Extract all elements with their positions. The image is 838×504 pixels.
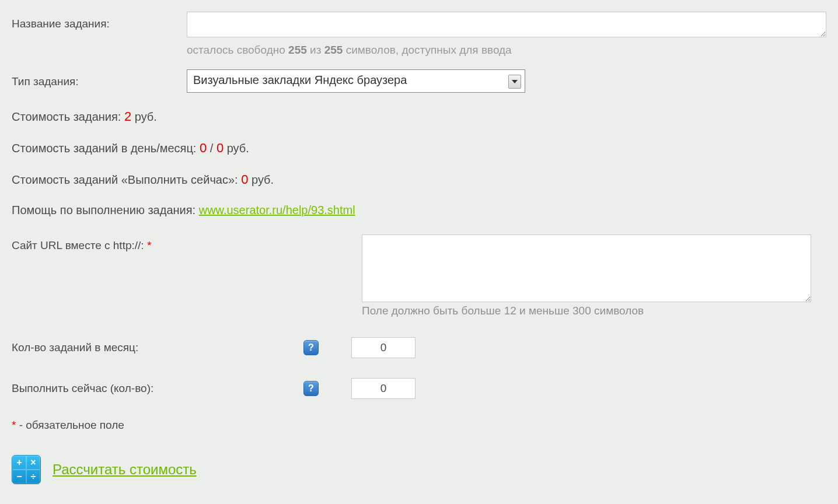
url-label: Сайт URL вместе с http://: *: [12, 235, 362, 252]
task-cost-value: 2: [124, 109, 131, 124]
calculate-cost-link[interactable]: Рассчитать стоимость: [53, 461, 197, 478]
chars-total: 255: [324, 44, 343, 56]
qty-now-input[interactable]: [351, 378, 415, 399]
help-icon[interactable]: ?: [303, 381, 319, 396]
day-cost-value: 0: [200, 141, 207, 155]
task-name-counter: осталось свободно 255 из 255 символов, д…: [187, 44, 826, 57]
task-name-row: Название задания:: [12, 12, 826, 40]
day-month-cost-line: Стоимость заданий в день/месяц: 0 / 0 ру…: [12, 141, 826, 156]
calculate-row: + × − ÷ Рассчитать стоимость: [12, 455, 826, 484]
qty-now-row: Выполнить сейчас (кол-во): ?: [12, 378, 826, 399]
now-cost-line: Стоимость заданий «Выполнить сейчас»: 0 …: [12, 172, 826, 187]
qty-month-input[interactable]: [351, 337, 415, 358]
help-link[interactable]: www.userator.ru/help/93.shtml: [199, 204, 355, 216]
chars-remaining: 255: [288, 44, 307, 56]
help-icon[interactable]: ?: [303, 340, 319, 355]
required-asterisk: *: [147, 239, 151, 251]
task-name-label: Название задания:: [12, 12, 187, 30]
task-name-counter-row: осталось свободно 255 из 255 символов, д…: [12, 43, 826, 67]
dropdown-arrow-icon[interactable]: [508, 75, 521, 89]
required-note: * - обязательное поле: [12, 419, 826, 432]
help-line: Помощь по выполнению задания: www.userat…: [12, 204, 826, 217]
qty-now-label: Выполнить сейчас (кол-во):: [12, 382, 303, 395]
calculator-icon: + × − ÷: [12, 455, 41, 484]
now-cost-value: 0: [241, 172, 248, 187]
task-cost-line: Стоимость задания: 2 руб.: [12, 109, 826, 124]
task-type-select[interactable]: Визуальные закладки Яндекс браузера: [187, 69, 525, 93]
url-hint: Поле должно быть больше 12 и меньше 300 …: [362, 304, 826, 317]
qty-month-row: Кол-во заданий в месяц: ?: [12, 337, 826, 358]
url-row: Сайт URL вместе с http://: *: [12, 235, 826, 302]
task-name-input[interactable]: [187, 12, 826, 37]
qty-month-label: Кол-во заданий в месяц:: [12, 341, 303, 354]
task-type-selected-value: Визуальные закладки Яндекс браузера: [187, 70, 525, 90]
url-input[interactable]: [362, 235, 811, 302]
svg-marker-0: [512, 80, 518, 83]
task-name-field-col: [187, 12, 826, 40]
task-type-label: Тип задания:: [12, 69, 187, 88]
month-cost-value: 0: [217, 141, 224, 155]
task-type-row: Тип задания: Визуальные закладки Яндекс …: [12, 69, 826, 93]
